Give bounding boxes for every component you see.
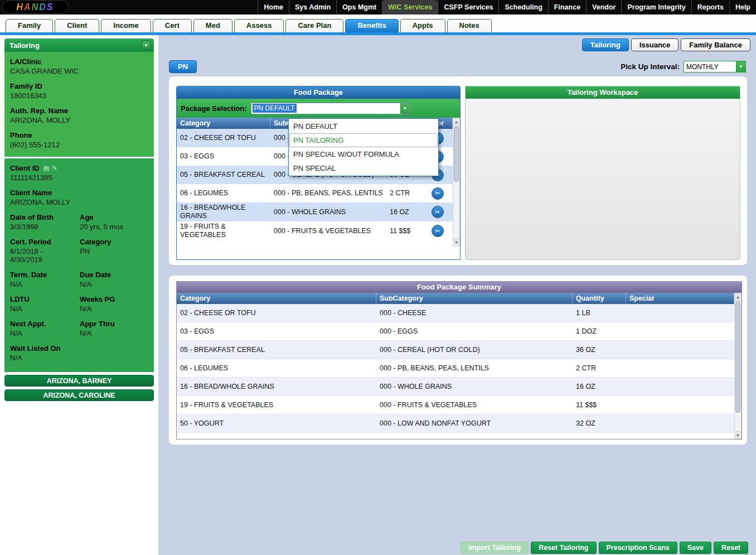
scrollbar-thumb[interactable] <box>735 301 740 413</box>
dropdown-option-pn-tailoring[interactable]: PN TAILORING <box>289 133 438 147</box>
scrollbar-thumb[interactable] <box>454 126 459 182</box>
note-icon[interactable]: ▤ <box>43 165 49 172</box>
summary-row[interactable]: 50 - YOGURT 000 - LOW AND NONFAT YOGURT … <box>177 414 734 433</box>
pickup-interval-select[interactable]: MONTHLY ▼ <box>684 61 746 73</box>
tab-issuance[interactable]: Issuance <box>631 38 679 51</box>
dropdown-option-pn-default[interactable]: PN DEFAULT <box>289 119 438 133</box>
food-package-category-cell: 16 - BREAD/WHOLE GRAINS <box>177 202 270 221</box>
field-category: Category PN <box>80 238 148 264</box>
prescription-scans-button[interactable]: Prescription Scans <box>599 542 677 554</box>
nav-help[interactable]: Help <box>729 0 756 15</box>
package-selection-dropdown: PN DEFAULT PN TAILORING PN SPECIAL W/OUT… <box>288 118 439 176</box>
nav-wic-services[interactable]: WIC Services <box>382 0 438 15</box>
food-package-quantity-cell: 11 $$$ <box>386 226 422 237</box>
tab-notes[interactable]: Notes <box>447 19 492 32</box>
scroll-down-icon[interactable]: ▼ <box>735 431 741 438</box>
hands-logo-text: HANDS <box>17 2 54 12</box>
nav-sys-admin[interactable]: Sys Admin <box>289 0 336 15</box>
food-package-subcategory-cell: 000 - PB, BEANS, PEAS, LENTILS <box>270 188 386 199</box>
import-tailoring-button[interactable]: Import Tailoring <box>461 542 529 554</box>
tab-assess[interactable]: Assess <box>234 19 284 32</box>
summary-category-cell: 05 - BREAKFAST CEREAL <box>177 345 376 355</box>
scroll-down-icon[interactable]: ▼ <box>453 238 459 245</box>
nav-program-integrity[interactable]: Program Integrity <box>621 0 691 15</box>
reset-button[interactable]: Reset <box>714 542 748 554</box>
tab-cert[interactable]: Cert <box>153 19 192 32</box>
tab-family[interactable]: Family <box>6 19 53 32</box>
field-ldtu: LDTU N/A <box>10 295 79 313</box>
reset-tailoring-button[interactable]: Reset Tailoring <box>531 542 596 554</box>
category-tab-pn[interactable]: PN <box>169 60 197 73</box>
summary-row[interactable]: 19 - FRUITS & VEGETABLES 000 - FRUITS & … <box>177 396 734 414</box>
field-phone: Phone (602) 555-1212 <box>10 131 148 149</box>
food-package-title: Food Package <box>177 86 460 99</box>
chevron-down-icon[interactable]: ▼ <box>400 103 410 114</box>
tab-family-balance[interactable]: Family Balance <box>681 38 750 51</box>
family-member-button-barney[interactable]: ARIZONA, BARNEY <box>4 375 154 387</box>
nav-scheduling[interactable]: Scheduling <box>498 0 547 15</box>
tab-appts[interactable]: Appts <box>400 19 445 32</box>
tailor-button[interactable]: ✂ <box>432 206 444 218</box>
tab-client[interactable]: Client <box>55 19 99 32</box>
tailoring-workspace-body <box>466 99 740 259</box>
save-button[interactable]: Save <box>680 542 711 554</box>
tab-benefits[interactable]: Benefits <box>345 19 398 32</box>
field-client-name: Client Name ARIZONA, MOLLY <box>10 189 148 206</box>
tab-tailoring[interactable]: Tailoring <box>582 38 629 51</box>
summary-row[interactable]: 06 - LEGUMES 000 - PB, BEANS, PEAS, LENT… <box>177 359 734 378</box>
top-nav-bar: HANDS Home Sys Admin Ops Mgmt WIC Servic… <box>0 0 756 15</box>
food-package-category-cell: 19 - FRUITS & VEGETABLES <box>177 221 270 240</box>
footer-action-bar: Import Tailoring Reset Tailoring Prescri… <box>461 542 748 554</box>
nav-csfp-services[interactable]: CSFP Services <box>438 0 498 15</box>
summary-quantity-cell: 16 OZ <box>573 382 626 392</box>
dropdown-option-pn-special[interactable]: PN SPECIAL <box>289 161 438 175</box>
summary-special-cell <box>626 367 734 369</box>
food-package-row[interactable]: 19 - FRUITS & VEGETABLES 000 - FRUITS & … <box>177 221 453 240</box>
chevron-down-icon[interactable]: ▼ <box>142 41 151 50</box>
nav-reports[interactable]: Reports <box>691 0 729 15</box>
food-package-row[interactable]: 06 - LEGUMES 000 - PB, BEANS, PEAS, LENT… <box>177 184 453 202</box>
family-member-button-caroline[interactable]: ARIZONA, CAROLINE <box>4 389 154 401</box>
field-auth-rep-name: Auth. Rep. Name ARIZONA, MOLLY <box>10 107 148 124</box>
chevron-down-icon[interactable]: ▼ <box>736 61 745 72</box>
food-package-scrollbar[interactable]: ▲ ▼ <box>453 118 460 246</box>
nav-vendor[interactable]: Vendor <box>586 0 621 15</box>
field-due-date: Due Date N/A <box>80 271 148 288</box>
summary-row[interactable]: 03 - EGGS 000 - EGGS 1 DOZ <box>177 322 734 341</box>
summary-category-cell: 03 - EGGS <box>177 326 376 337</box>
scroll-up-icon[interactable]: ▲ <box>735 293 741 301</box>
summary-row[interactable]: 05 - BREAKFAST CEREAL 000 - CEREAL (HOT … <box>177 341 734 359</box>
summary-quantity-cell: 2 CTR <box>573 363 626 374</box>
summary-quantity-cell: 1 LB <box>573 308 626 318</box>
food-package-row[interactable]: 16 - BREAD/WHOLE GRAINS 000 - WHOLE GRAI… <box>177 202 453 221</box>
summary-subcategory-cell: 000 - CEREAL (HOT OR COLD) <box>376 345 573 355</box>
summary-subcategory-cell: 000 - CHEESE <box>376 308 573 318</box>
food-package-quantity-cell: 16 OZ <box>386 207 422 218</box>
food-package-summary-panel: Food Package Summary Category SubCategor… <box>176 281 742 440</box>
tab-care-plan[interactable]: Care Plan <box>285 19 343 32</box>
nav-home[interactable]: Home <box>258 0 289 15</box>
nav-ops-mgmt[interactable]: Ops Mgmt <box>336 0 382 15</box>
field-age: Age 20 yrs, 5 mos <box>80 213 148 231</box>
tab-med[interactable]: Med <box>193 19 232 32</box>
field-weeks-pg: Weeks PG N/A <box>80 295 148 313</box>
left-column: Tailoring ▼ LA/Clinic CASA GRANDE WIC Fa… <box>0 35 158 555</box>
field-cert-period: Cert. Period 6/1/2018 - 4/30/2019 <box>10 238 79 264</box>
package-selection-select[interactable]: PN DEFAULT ▼ <box>251 103 410 114</box>
tailor-button[interactable]: ✂ <box>432 225 444 237</box>
nav-finance[interactable]: Finance <box>548 0 586 15</box>
summary-category-cell: 16 - BREAD/WHOLE GRAINS <box>177 382 376 392</box>
edit-icon[interactable]: ✎ <box>52 165 57 172</box>
summary-row[interactable]: 16 - BREAD/WHOLE GRAINS 000 - WHOLE GRAI… <box>177 378 734 396</box>
tailoring-panels-container: Food Package Package Selection: PN DEFAU… <box>169 76 747 265</box>
scroll-up-icon[interactable]: ▲ <box>453 118 459 126</box>
summary-scrollbar[interactable]: ▲ ▼ <box>734 293 742 439</box>
scissors-icon: ✂ <box>435 190 440 197</box>
toolbar-row: PN Pick Up Interval: MONTHLY ▼ <box>158 51 756 73</box>
main-content: Tailoring Issuance Family Balance PN Pic… <box>158 35 756 555</box>
tab-income[interactable]: Income <box>101 19 151 32</box>
dropdown-option-pn-special-wout-formula[interactable]: PN SPECIAL W/OUT FORMULA <box>289 147 438 161</box>
summary-row[interactable]: 02 - CHEESE OR TOFU 000 - CHEESE 1 LB <box>177 304 734 322</box>
summary-special-cell <box>626 422 734 424</box>
tailor-button[interactable]: ✂ <box>432 187 444 200</box>
